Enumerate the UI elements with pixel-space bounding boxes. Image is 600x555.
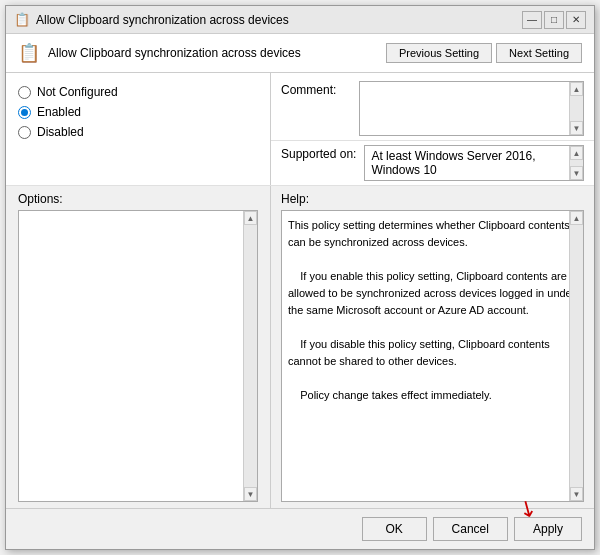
header-section: 📋 Allow Clipboard synchronization across… [6,34,594,73]
header-title: Allow Clipboard synchronization across d… [48,46,301,60]
disabled-label: Disabled [37,125,84,139]
supported-scroll-up[interactable]: ▲ [570,146,583,160]
comment-scrollbar[interactable]: ▲ ▼ [569,82,583,135]
scroll-track [570,96,583,121]
help-scrollbar[interactable]: ▲ ▼ [569,211,583,501]
header-icon: 📋 [18,42,40,64]
options-label: Options: [18,192,258,206]
comment-row: Comment: ▲ ▼ [271,73,594,140]
title-bar: 📋 Allow Clipboard synchronization across… [6,6,594,34]
close-button[interactable]: ✕ [566,11,586,29]
options-box[interactable]: ▲ ▼ [18,210,258,502]
maximize-button[interactable]: □ [544,11,564,29]
ok-button[interactable]: OK [362,517,427,541]
radio-panel: Not Configured Enabled Disabled [6,73,271,185]
top-right-panel: Comment: ▲ ▼ Supported on: At least Wind… [271,73,594,185]
help-box: This policy setting determines whether C… [281,210,584,502]
supported-value: At least Windows Server 2016, Windows 10 [371,149,535,177]
options-scrollbar[interactable]: ▲ ▼ [243,211,257,501]
radio-circle-disabled [18,126,31,139]
next-setting-button[interactable]: Next Setting [496,43,582,63]
footer: ↘ OK Cancel Apply [6,508,594,549]
options-scroll-up[interactable]: ▲ [244,211,257,225]
main-area: Options: ▲ ▼ Help: This policy setting d… [6,186,594,508]
supported-value-box: At least Windows Server 2016, Windows 10… [364,145,584,181]
supported-scrollbar[interactable]: ▲ ▼ [569,146,583,180]
supported-row: Supported on: At least Windows Server 20… [271,140,594,185]
top-panels: Not Configured Enabled Disabled Comment: [6,73,594,186]
title-icon: 📋 [14,12,30,27]
help-label: Help: [281,192,584,206]
title-controls: — □ ✕ [522,11,586,29]
previous-setting-button[interactable]: Previous Setting [386,43,492,63]
scroll-up-arrow[interactable]: ▲ [570,82,583,96]
radio-enabled[interactable]: Enabled [18,105,258,119]
help-scroll-track [570,225,583,487]
apply-button[interactable]: Apply [514,517,582,541]
main-left: Options: ▲ ▼ [6,186,271,508]
minimize-button[interactable]: — [522,11,542,29]
options-scroll-down[interactable]: ▼ [244,487,257,501]
help-scroll-down[interactable]: ▼ [570,487,583,501]
help-text: This policy setting determines whether C… [282,211,583,411]
main-right: Help: This policy setting determines whe… [271,186,594,508]
help-scroll-up[interactable]: ▲ [570,211,583,225]
main-window: 📋 Allow Clipboard synchronization across… [5,5,595,550]
not-configured-label: Not Configured [37,85,118,99]
radio-circle-enabled [18,106,31,119]
radio-disabled[interactable]: Disabled [18,125,258,139]
cancel-button[interactable]: Cancel [433,517,508,541]
header-title-row: 📋 Allow Clipboard synchronization across… [18,42,301,64]
comment-label: Comment: [281,81,351,97]
radio-not-configured[interactable]: Not Configured [18,85,258,99]
supported-scroll-down[interactable]: ▼ [570,166,583,180]
supported-label: Supported on: [281,145,356,161]
title-bar-left: 📋 Allow Clipboard synchronization across… [14,12,289,27]
window-title: Allow Clipboard synchronization across d… [36,13,289,27]
scroll-down-arrow[interactable]: ▼ [570,121,583,135]
radio-circle-not-configured [18,86,31,99]
enabled-label: Enabled [37,105,81,119]
options-scroll-track [244,225,257,487]
header-buttons: Previous Setting Next Setting [386,43,582,63]
comment-box[interactable]: ▲ ▼ [359,81,584,136]
radio-group: Not Configured Enabled Disabled [18,85,258,139]
